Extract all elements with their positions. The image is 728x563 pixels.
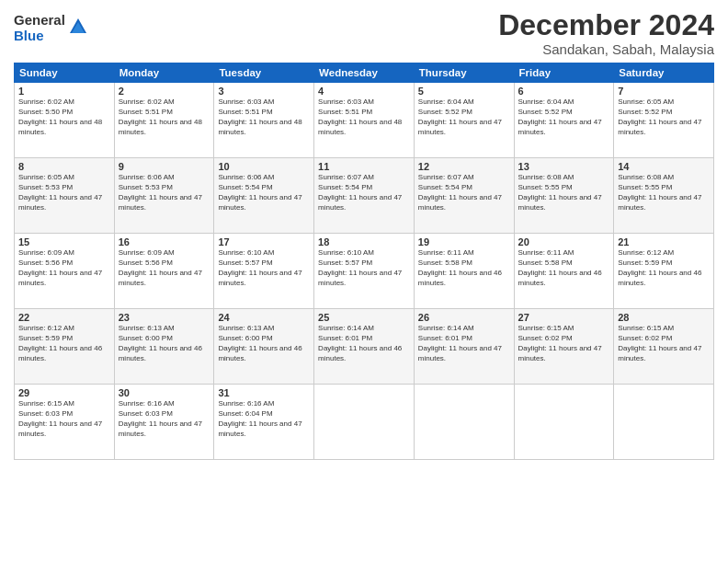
logo-icon [68,17,88,37]
cell-info: Sunrise: 6:14 AMSunset: 6:01 PMDaylight:… [318,324,410,363]
subtitle: Sandakan, Sabah, Malaysia [498,41,714,57]
calendar-cell: 12Sunrise: 6:07 AMSunset: 5:54 PMDayligh… [414,158,514,234]
cell-info: Sunrise: 6:15 AMSunset: 6:03 PMDaylight:… [18,399,110,439]
logo-general: General [14,13,65,29]
cell-info: Sunrise: 6:08 AMSunset: 5:55 PMDaylight:… [618,173,710,213]
day-number: 25 [318,312,410,323]
calendar-cell: 31Sunrise: 6:16 AMSunset: 6:04 PMDayligh… [214,385,314,460]
calendar-cell: 25Sunrise: 6:14 AMSunset: 6:01 PMDayligh… [314,309,415,385]
cell-info: Sunrise: 6:15 AMSunset: 6:02 PMDaylight:… [518,324,610,363]
day-number: 11 [318,161,410,172]
day-number: 6 [518,86,610,97]
calendar-table: Sunday Monday Tuesday Wednesday Thursday… [14,63,714,460]
cell-info: Sunrise: 6:03 AMSunset: 5:51 PMDaylight:… [318,98,410,137]
calendar-cell: 11Sunrise: 6:07 AMSunset: 5:54 PMDayligh… [314,158,415,234]
cell-info: Sunrise: 6:12 AMSunset: 5:59 PMDaylight:… [618,248,710,288]
day-number: 1 [18,86,110,97]
cell-info: Sunrise: 6:04 AMSunset: 5:52 PMDaylight:… [418,98,510,137]
calendar-cell: 1Sunrise: 6:02 AMSunset: 5:50 PMDaylight… [15,83,115,158]
cell-info: Sunrise: 6:16 AMSunset: 6:03 PMDaylight:… [119,399,210,439]
cell-info: Sunrise: 6:06 AMSunset: 5:54 PMDaylight:… [218,173,310,213]
calendar-cell: 30Sunrise: 6:16 AMSunset: 6:03 PMDayligh… [114,385,214,460]
calendar-cell: 24Sunrise: 6:13 AMSunset: 6:00 PMDayligh… [214,309,314,385]
cell-info: Sunrise: 6:09 AMSunset: 5:56 PMDaylight:… [18,248,110,288]
calendar-cell: 10Sunrise: 6:06 AMSunset: 5:54 PMDayligh… [214,158,314,234]
cell-info: Sunrise: 6:09 AMSunset: 5:56 PMDaylight:… [119,248,210,288]
cell-info: Sunrise: 6:11 AMSunset: 5:58 PMDaylight:… [418,248,510,288]
calendar-cell: 17Sunrise: 6:10 AMSunset: 5:57 PMDayligh… [214,234,314,309]
cell-info: Sunrise: 6:10 AMSunset: 5:57 PMDaylight:… [218,248,310,288]
day-number: 18 [318,236,410,247]
calendar-cell: 7Sunrise: 6:05 AMSunset: 5:52 PMDaylight… [614,83,714,158]
cell-info: Sunrise: 6:11 AMSunset: 5:58 PMDaylight:… [518,248,610,288]
logo: General Blue [14,13,88,43]
calendar-cell: 19Sunrise: 6:11 AMSunset: 5:58 PMDayligh… [414,234,514,309]
day-number: 16 [119,236,210,247]
calendar-cell: 3Sunrise: 6:03 AMSunset: 5:51 PMDaylight… [214,83,314,158]
day-number: 12 [418,161,510,172]
day-number: 22 [18,312,110,323]
calendar-cell: 9Sunrise: 6:06 AMSunset: 5:53 PMDaylight… [114,158,214,234]
header: General Blue December 2024 Sandakan, Sab… [14,9,714,57]
cell-info: Sunrise: 6:05 AMSunset: 5:52 PMDaylight:… [618,98,710,137]
calendar-cell: 20Sunrise: 6:11 AMSunset: 5:58 PMDayligh… [514,234,614,309]
day-number: 5 [418,86,510,97]
calendar-cell: 14Sunrise: 6:08 AMSunset: 5:55 PMDayligh… [614,158,714,234]
calendar-cell: 22Sunrise: 6:12 AMSunset: 5:59 PMDayligh… [15,309,115,385]
day-number: 15 [18,236,110,247]
calendar-cell: 2Sunrise: 6:02 AMSunset: 5:51 PMDaylight… [114,83,214,158]
cell-info: Sunrise: 6:07 AMSunset: 5:54 PMDaylight:… [318,173,410,213]
day-number: 10 [218,161,310,172]
calendar-cell: 21Sunrise: 6:12 AMSunset: 5:59 PMDayligh… [614,234,714,309]
day-number: 23 [119,312,210,323]
calendar-cell: 16Sunrise: 6:09 AMSunset: 5:56 PMDayligh… [114,234,214,309]
logo-text: General Blue [14,13,65,43]
calendar-cell: 6Sunrise: 6:04 AMSunset: 5:52 PMDaylight… [514,83,614,158]
cell-info: Sunrise: 6:04 AMSunset: 5:52 PMDaylight:… [518,98,610,137]
day-number: 13 [518,161,610,172]
cell-info: Sunrise: 6:13 AMSunset: 6:00 PMDaylight:… [218,324,310,363]
cell-info: Sunrise: 6:14 AMSunset: 6:01 PMDaylight:… [418,324,510,363]
day-number: 3 [218,86,310,97]
header-tuesday: Tuesday [214,63,314,83]
calendar-week-row: 22Sunrise: 6:12 AMSunset: 5:59 PMDayligh… [15,309,714,385]
calendar-cell: 5Sunrise: 6:04 AMSunset: 5:52 PMDaylight… [414,83,514,158]
calendar-cell: 15Sunrise: 6:09 AMSunset: 5:56 PMDayligh… [15,234,115,309]
page: General Blue December 2024 Sandakan, Sab… [0,0,728,563]
day-number: 8 [18,161,110,172]
day-number: 4 [318,86,410,97]
header-thursday: Thursday [414,63,514,83]
cell-info: Sunrise: 6:08 AMSunset: 5:55 PMDaylight:… [518,173,610,213]
day-number: 17 [218,236,310,247]
calendar-cell [414,385,514,460]
cell-info: Sunrise: 6:03 AMSunset: 5:51 PMDaylight:… [218,98,310,137]
cell-info: Sunrise: 6:02 AMSunset: 5:50 PMDaylight:… [18,98,110,137]
calendar-cell: 13Sunrise: 6:08 AMSunset: 5:55 PMDayligh… [514,158,614,234]
calendar-cell: 28Sunrise: 6:15 AMSunset: 6:02 PMDayligh… [614,309,714,385]
calendar-week-row: 29Sunrise: 6:15 AMSunset: 6:03 PMDayligh… [15,385,714,460]
cell-info: Sunrise: 6:07 AMSunset: 5:54 PMDaylight:… [418,173,510,213]
day-number: 24 [218,312,310,323]
day-number: 26 [418,312,510,323]
day-number: 9 [119,161,210,172]
calendar-cell: 26Sunrise: 6:14 AMSunset: 6:01 PMDayligh… [414,309,514,385]
calendar-cell: 18Sunrise: 6:10 AMSunset: 5:57 PMDayligh… [314,234,415,309]
cell-info: Sunrise: 6:16 AMSunset: 6:04 PMDaylight:… [218,399,310,439]
day-number: 14 [618,161,710,172]
logo-blue: Blue [14,29,65,44]
cell-info: Sunrise: 6:02 AMSunset: 5:51 PMDaylight:… [119,98,210,137]
calendar-header-row: Sunday Monday Tuesday Wednesday Thursday… [15,63,714,83]
day-number: 31 [218,387,310,398]
calendar-cell [314,385,415,460]
header-wednesday: Wednesday [314,63,415,83]
calendar-week-row: 8Sunrise: 6:05 AMSunset: 5:53 PMDaylight… [15,158,714,234]
calendar-week-row: 1Sunrise: 6:02 AMSunset: 5:50 PMDaylight… [15,83,714,158]
title-block: December 2024 Sandakan, Sabah, Malaysia [498,9,714,57]
cell-info: Sunrise: 6:05 AMSunset: 5:53 PMDaylight:… [18,173,110,213]
day-number: 29 [18,387,110,398]
header-friday: Friday [514,63,614,83]
cell-info: Sunrise: 6:06 AMSunset: 5:53 PMDaylight:… [119,173,210,213]
day-number: 19 [418,236,510,247]
day-number: 2 [119,86,210,97]
day-number: 27 [518,312,610,323]
